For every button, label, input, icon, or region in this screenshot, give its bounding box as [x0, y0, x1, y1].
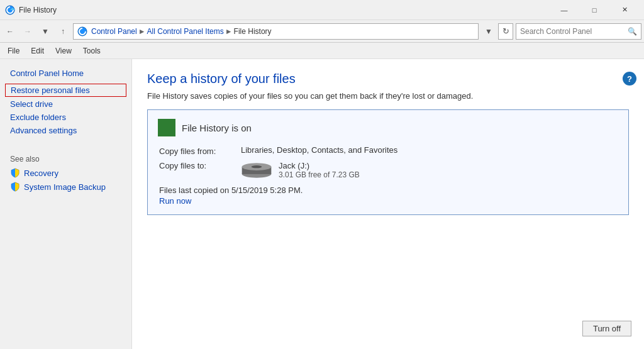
breadcrumb-file-history: File History	[234, 27, 272, 36]
drive-size: 3.01 GB free of 7.23 GB	[279, 170, 360, 179]
path-icon	[77, 26, 87, 36]
status-details: Copy files from: Libraries, Desktop, Con…	[158, 145, 618, 179]
sidebar-control-panel-home[interactable]: Control Panel Home	[0, 67, 131, 80]
menu-bar: File Edit View Tools	[0, 43, 644, 59]
shield-icon-system-image	[10, 182, 20, 192]
status-header: File History is on	[158, 119, 618, 136]
title-bar-title: File History	[19, 6, 550, 14]
run-now-link[interactable]: Run now	[159, 196, 618, 206]
menu-view[interactable]: View	[50, 45, 77, 57]
drive-name: Jack (J:)	[279, 161, 360, 170]
turn-off-button[interactable]: Turn off	[582, 321, 631, 336]
search-box[interactable]: 🔍	[516, 23, 641, 40]
menu-file[interactable]: File	[3, 45, 25, 57]
chevron-dropdown-button[interactable]: ▼	[481, 24, 496, 39]
menu-edit[interactable]: Edit	[26, 45, 49, 57]
close-button[interactable]: ✕	[610, 1, 639, 19]
window-controls: — □ ✕	[550, 1, 639, 19]
page-description: File History saves copies of your files …	[147, 91, 629, 101]
last-copied: Files last copied on 5/15/2019 5:28 PM.	[159, 186, 618, 195]
maximize-button[interactable]: □	[580, 1, 609, 19]
main-layout: Control Panel Home Restore personal file…	[0, 59, 644, 349]
svg-point-6	[252, 165, 262, 168]
breadcrumb-all-control-panel[interactable]: All Control Panel Items	[147, 27, 224, 36]
address-path[interactable]: Control Panel ► All Control Panel Items …	[73, 23, 479, 40]
sidebar-exclude-folders[interactable]: Exclude folders	[0, 111, 131, 124]
copy-from-value: Libraries, Desktop, Contacts, and Favori…	[241, 145, 618, 156]
title-bar: File History — □ ✕	[0, 0, 644, 20]
system-image-backup-label: System Image Backup	[24, 182, 106, 192]
app-icon	[5, 5, 15, 15]
page-title: Keep a history of your files	[147, 72, 629, 86]
status-title: File History is on	[182, 123, 252, 133]
status-indicator	[158, 119, 175, 136]
copy-from-label: Copy files from:	[159, 145, 241, 156]
forward-button[interactable]: →	[20, 24, 35, 39]
drive-info: Jack (J:) 3.01 GB free of 7.23 GB	[241, 161, 618, 179]
content-area: Keep a history of your files File Histor…	[132, 59, 644, 349]
search-icon: 🔍	[628, 27, 637, 36]
up-button[interactable]: ↑	[55, 24, 70, 39]
copy-to-label: Copy files to:	[159, 160, 241, 179]
menu-tools[interactable]: Tools	[78, 45, 106, 57]
see-also-label: See also	[0, 150, 131, 166]
drive-icon	[241, 162, 272, 179]
sidebar-advanced-settings[interactable]: Advanced settings	[0, 124, 131, 137]
sidebar-system-image-backup[interactable]: System Image Backup	[0, 180, 131, 194]
recovery-label: Recovery	[24, 169, 58, 178]
sidebar: Control Panel Home Restore personal file…	[0, 59, 132, 349]
sidebar-recovery[interactable]: Recovery	[0, 166, 131, 180]
sidebar-restore-personal-files[interactable]: Restore personal files	[5, 84, 126, 97]
breadcrumb-control-panel[interactable]: Control Panel	[91, 27, 137, 36]
refresh-button[interactable]: ↻	[498, 23, 513, 40]
shield-icon-recovery	[10, 168, 20, 178]
minimize-button[interactable]: —	[550, 1, 579, 19]
search-input[interactable]	[520, 27, 628, 36]
sidebar-select-drive[interactable]: Select drive	[0, 97, 131, 111]
recent-locations-button[interactable]: ▼	[38, 24, 53, 39]
address-bar: ← → ▼ ↑ Control Panel ► All Control Pane…	[0, 20, 644, 43]
help-button[interactable]: ?	[623, 72, 636, 86]
back-button[interactable]: ←	[3, 24, 18, 39]
status-panel: File History is on Copy files from: Libr…	[147, 109, 629, 215]
